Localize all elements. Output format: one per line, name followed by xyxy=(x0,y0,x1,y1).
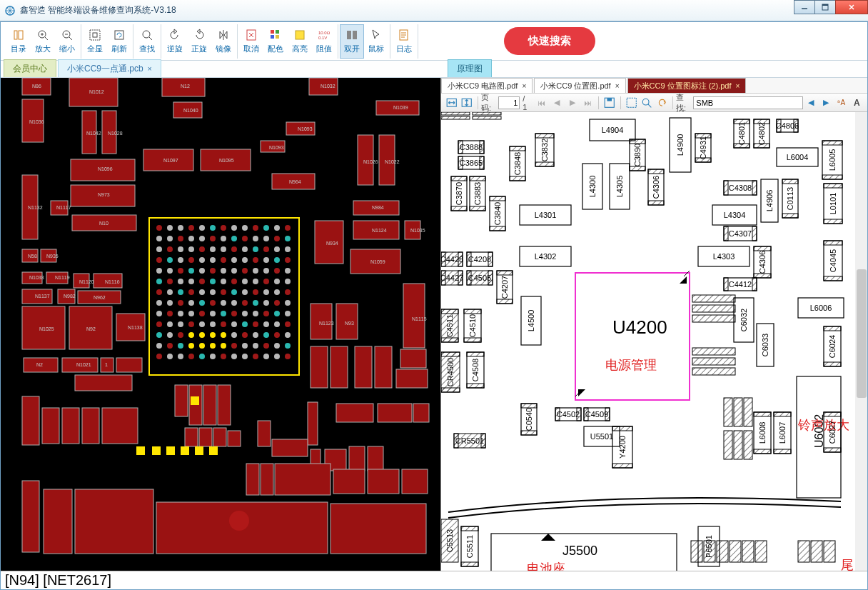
svg-text:N1115: N1115 xyxy=(412,316,427,321)
svg-rect-525 xyxy=(824,448,841,452)
svg-rect-93 xyxy=(272,439,308,456)
tool-rotate-cw[interactable]: 正旋 xyxy=(187,24,211,59)
tool-catalog[interactable]: 目录 xyxy=(6,24,31,59)
tool-zoom-in[interactable]: 放大 xyxy=(31,24,55,59)
svg-rect-107 xyxy=(368,469,399,494)
svg-point-225 xyxy=(210,311,216,316)
tool-highlight[interactable]: 高亮 xyxy=(288,24,312,59)
whole-word-icon[interactable]: A xyxy=(850,96,862,109)
svg-point-159 xyxy=(199,257,205,263)
svg-rect-503 xyxy=(605,408,610,421)
tool-zoom-out[interactable]: 缩小 xyxy=(55,24,79,59)
zoom-tool-icon[interactable] xyxy=(640,96,652,109)
svg-rect-79 xyxy=(102,408,138,444)
close-button[interactable] xyxy=(835,0,868,14)
quick-search-button[interactable]: 快速搜索 xyxy=(504,27,595,55)
match-case-icon[interactable]: ᵃA xyxy=(835,96,847,109)
pcb-viewer[interactable]: N86N1012N12N1032N1036N1042N1028N1040N103… xyxy=(1,78,440,571)
tool-mirror[interactable]: 镜像 xyxy=(211,24,236,59)
svg-text:L6005: L6005 xyxy=(828,149,837,171)
svg-point-214 xyxy=(231,300,237,306)
find-prev-icon[interactable]: ◀ xyxy=(804,96,817,109)
svg-point-212 xyxy=(210,300,216,306)
svg-point-191 xyxy=(263,279,269,284)
svg-point-263 xyxy=(199,343,205,349)
svg-text:C4931: C4931 xyxy=(699,136,707,159)
svg-point-202 xyxy=(242,289,248,295)
svg-point-186 xyxy=(210,279,216,284)
svg-text:N1012: N1012 xyxy=(89,89,104,94)
close-icon[interactable]: × xyxy=(148,65,152,73)
last-page-icon[interactable]: ⏭ xyxy=(582,96,594,109)
svg-point-154 xyxy=(285,246,291,252)
svg-rect-431 xyxy=(752,226,757,241)
tool-cursor[interactable]: 鼠标 xyxy=(364,24,388,59)
fit-page-icon[interactable] xyxy=(460,96,473,109)
quick-search[interactable]: 快速搜索 xyxy=(504,27,595,55)
svg-point-181 xyxy=(156,279,162,284)
tool-log[interactable]: 日志 xyxy=(392,24,416,59)
svg-point-217 xyxy=(263,300,269,306)
svg-point-166 xyxy=(274,257,280,263)
pdf-view[interactable]: U4200 电源管理 U6002 铃声放大 J5500 电池座 尾 L4904L… xyxy=(441,112,867,571)
svg-text:N93: N93 xyxy=(345,321,354,326)
pcb-canvas[interactable]: N86N1012N12N1032N1036N1042N1028N1040N103… xyxy=(1,78,440,571)
tool-search[interactable]: 查找 xyxy=(135,24,159,59)
tool-rotate-ccw[interactable]: 逆旋 xyxy=(163,24,187,59)
maximize-button[interactable] xyxy=(814,0,836,14)
svg-rect-471 xyxy=(441,338,458,342)
pdf-tab-1[interactable]: 小米CC9 位置图.pdf× xyxy=(534,78,625,93)
svg-rect-550 xyxy=(691,541,702,562)
svg-rect-489 xyxy=(467,384,484,388)
tail-annotation: 尾 xyxy=(841,558,854,571)
minimize-button[interactable] xyxy=(794,0,815,14)
svg-text:C4045: C4045 xyxy=(829,249,837,272)
tool-split[interactable]: 双开 xyxy=(340,24,364,59)
close-icon[interactable]: × xyxy=(615,82,620,90)
svg-point-242 xyxy=(253,321,258,327)
svg-point-193 xyxy=(285,279,291,284)
svg-rect-78 xyxy=(82,408,99,444)
svg-text:C3848: C3848 xyxy=(513,152,522,175)
svg-rect-80 xyxy=(175,385,188,416)
prev-page-icon[interactable]: ◀ xyxy=(551,96,563,109)
page-input[interactable] xyxy=(498,96,520,109)
close-icon[interactable]: × xyxy=(735,82,740,90)
pdf-tab-2[interactable]: 小米CC9 位置图标注 (2).pdf× xyxy=(627,78,747,93)
svg-point-117 xyxy=(167,225,173,231)
save-icon[interactable] xyxy=(603,96,615,109)
marquee-icon[interactable] xyxy=(625,96,637,109)
find-input[interactable] xyxy=(693,96,803,109)
svg-rect-548 xyxy=(734,431,742,459)
tab-pcb-file[interactable]: 小米CC9一点通.pcb× xyxy=(58,59,161,77)
tool-cancel[interactable]: 取消 xyxy=(239,24,263,59)
svg-text:C4510: C4510 xyxy=(468,314,477,337)
svg-rect-517 xyxy=(754,449,771,454)
svg-rect-485 xyxy=(441,388,460,392)
fit-width-icon[interactable] xyxy=(445,96,458,109)
svg-point-151 xyxy=(253,246,258,252)
svg-point-153 xyxy=(274,246,280,252)
close-icon[interactable]: × xyxy=(522,82,526,90)
tool-fit[interactable]: 全显 xyxy=(83,24,107,59)
first-page-icon[interactable]: ⏮ xyxy=(535,96,547,109)
tab-schematic[interactable]: 原理图 xyxy=(448,59,492,77)
tab-member-center[interactable]: 会员中心 xyxy=(4,59,56,77)
svg-point-175 xyxy=(231,268,237,274)
svg-rect-334 xyxy=(627,98,636,107)
tool-resistor[interactable]: 10.0Ω0.1V阻值 xyxy=(312,24,336,59)
find-next-icon[interactable]: ▶ xyxy=(820,96,832,109)
svg-text:C5511: C5511 xyxy=(465,535,474,558)
svg-point-137 xyxy=(242,236,248,241)
pdf-tab-0[interactable]: 小米CC9 电路图.pdf× xyxy=(441,78,533,93)
svg-point-174 xyxy=(221,268,226,274)
svg-rect-111 xyxy=(152,446,161,455)
tool-palette[interactable]: 配色 xyxy=(263,24,288,59)
tool-refresh[interactable]: 刷新 xyxy=(107,24,131,59)
next-page-icon[interactable]: ▶ xyxy=(566,96,578,109)
undo-view-icon[interactable] xyxy=(656,96,668,109)
svg-point-272 xyxy=(156,354,162,359)
svg-rect-102 xyxy=(330,504,426,554)
svg-rect-521 xyxy=(774,449,791,454)
svg-point-173 xyxy=(210,268,216,274)
